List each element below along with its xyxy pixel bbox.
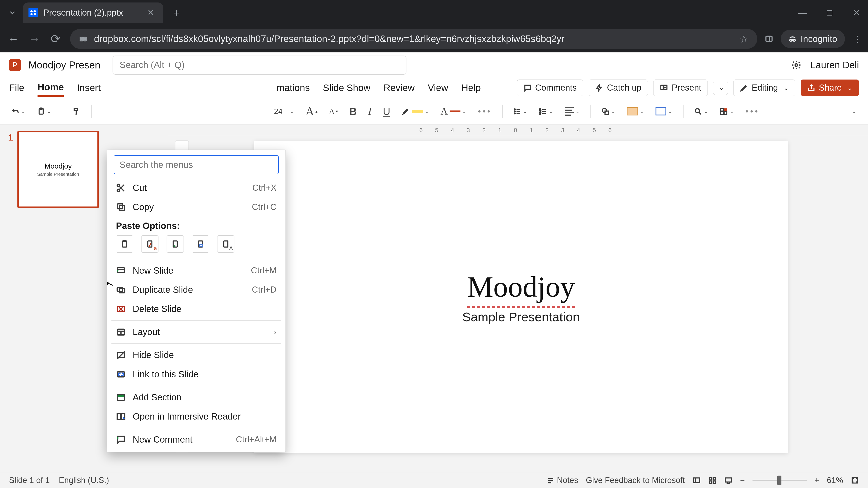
menu-hide-label: Hide Slide — [133, 350, 276, 360]
menu-copy[interactable]: Copy Ctrl+C — [107, 197, 285, 217]
tab-view[interactable]: View — [428, 80, 448, 96]
menu-duplicate-label: Duplicate Slide — [133, 285, 245, 295]
site-settings-icon[interactable] — [79, 35, 87, 43]
nav-reload-button[interactable]: ⟳ — [49, 32, 62, 46]
paste-button[interactable]: ⌄ — [35, 105, 54, 117]
settings-gear-icon[interactable] — [792, 60, 801, 70]
document-title[interactable]: Moodjoy Presen — [29, 59, 100, 71]
menu-new-slide[interactable]: New Slide Ctrl+M — [107, 261, 285, 280]
present-split-dropdown[interactable]: ⌄ — [713, 80, 728, 95]
editing-mode-button[interactable]: Editing ⌄ — [733, 79, 795, 96]
menu-delete-slide[interactable]: Delete Slide — [107, 299, 285, 319]
notes-toggle[interactable]: Notes — [547, 476, 578, 485]
slide-subtitle[interactable]: Sample Presentation — [462, 310, 580, 324]
menu-layout[interactable]: Layout › — [107, 322, 285, 341]
menu-immersive-reader[interactable]: Open in Immersive Reader — [107, 407, 285, 426]
designer-button[interactable]: ⌄ — [717, 105, 737, 117]
slide-title[interactable]: Moodjoy — [467, 270, 575, 304]
tab-home[interactable]: Home — [37, 79, 64, 97]
align-button[interactable]: ⌄ — [562, 105, 582, 118]
menu-search-input[interactable] — [120, 160, 273, 170]
present-button[interactable]: Present — [653, 79, 708, 96]
shape-fill-button[interactable]: ⌄ — [625, 105, 647, 117]
catch-up-label: Catch up — [607, 83, 641, 93]
zoom-in-button[interactable]: + — [814, 476, 819, 485]
tab-slide-show[interactable]: Slide Show — [323, 80, 370, 96]
normal-view-button[interactable] — [692, 476, 701, 484]
slide-canvas[interactable]: Moodjoy Sample Presentation — [254, 141, 788, 453]
paste-as-picture[interactable] — [192, 235, 209, 253]
browser-tab-active[interactable]: Presentation (2).pptx ✕ — [23, 2, 163, 23]
menu-new-comment[interactable]: New Comment Ctrl+Alt+M — [107, 430, 285, 449]
paste-text-only-a[interactable]: A — [217, 235, 235, 253]
new-tab-button[interactable]: ＋ — [168, 5, 184, 21]
bold-button[interactable]: B — [347, 103, 359, 119]
menu-hide-slide[interactable]: Hide Slide — [107, 346, 285, 365]
font-size-box[interactable]: 24⌄ — [272, 105, 297, 118]
format-painter-button[interactable] — [70, 105, 83, 117]
paste-keep-text-only[interactable] — [166, 235, 184, 253]
side-panel-icon[interactable] — [765, 35, 773, 43]
window-maximize-button[interactable]: □ — [823, 6, 836, 20]
svg-rect-23 — [605, 111, 609, 114]
zoom-slider[interactable] — [752, 480, 807, 481]
catch-up-button[interactable]: Catch up — [589, 79, 648, 96]
address-bar[interactable]: dropbox.com/scl/fi/ds8xk05ovlytyxnalh07u… — [70, 29, 757, 49]
slide-counter[interactable]: Slide 1 of 1 — [9, 476, 50, 485]
user-name[interactable]: Lauren Deli — [810, 60, 859, 70]
slide-sorter-view-button[interactable] — [708, 476, 717, 484]
svg-point-10 — [515, 109, 516, 110]
tab-animations-partial[interactable]: mations — [276, 80, 310, 96]
zoom-out-button[interactable]: − — [740, 476, 745, 485]
menu-add-section[interactable]: Add Section — [107, 388, 285, 407]
browser-menu-button[interactable]: ⋮ — [852, 34, 862, 44]
menu-duplicate-slide[interactable]: Duplicate Slide Ctrl+D — [107, 280, 285, 299]
paste-keep-source-formatting[interactable]: a — [141, 235, 158, 253]
italic-button[interactable]: I — [366, 103, 374, 119]
incognito-chip[interactable]: Incognito — [781, 30, 845, 48]
menu-add-section-label: Add Section — [133, 392, 276, 402]
zoom-percentage[interactable]: 61% — [827, 476, 843, 485]
fit-to-window-button[interactable] — [851, 476, 859, 484]
nav-forward-button[interactable]: → — [28, 32, 41, 46]
font-color-button[interactable]: A⌄ — [438, 104, 469, 119]
svg-rect-4 — [766, 36, 772, 41]
menu-search-box[interactable] — [114, 155, 279, 174]
increase-font-button[interactable]: A▴ — [303, 103, 320, 120]
tab-search-dropdown[interactable] — [4, 5, 20, 21]
menu-cut[interactable]: Cut Ctrl+X — [107, 178, 285, 197]
share-button[interactable]: Share ⌄ — [801, 79, 859, 96]
underline-button[interactable]: U — [381, 103, 393, 119]
numbering-button[interactable]: 123⌄ — [537, 105, 556, 117]
nav-back-button[interactable]: ← — [6, 32, 20, 46]
svg-rect-41 — [199, 245, 202, 247]
tab-close-button[interactable]: ✕ — [147, 8, 154, 18]
reading-view-button[interactable] — [724, 476, 733, 484]
feedback-link[interactable]: Give Feedback to Microsoft — [586, 476, 685, 485]
undo-button[interactable]: ⌄ — [9, 105, 28, 117]
comments-button[interactable]: Comments — [517, 79, 583, 96]
tab-file[interactable]: File — [9, 80, 24, 96]
tab-insert[interactable]: Insert — [77, 80, 101, 96]
toolbar-overflow[interactable]: ••• — [743, 105, 762, 118]
comment-icon — [524, 84, 532, 92]
tab-review[interactable]: Review — [383, 80, 415, 96]
window-minimize-button[interactable]: ― — [796, 6, 809, 20]
window-close-button[interactable]: ✕ — [850, 6, 864, 20]
tab-help[interactable]: Help — [461, 80, 481, 96]
paste-use-destination-theme[interactable] — [116, 235, 133, 253]
bullets-button[interactable]: ⌄ — [511, 105, 530, 117]
more-font-options[interactable]: ••• — [476, 105, 494, 118]
decrease-font-button[interactable]: A▾ — [327, 105, 340, 118]
zoom-slider-thumb[interactable] — [777, 476, 781, 485]
highlight-color-button[interactable]: ⌄ — [399, 105, 432, 117]
language-indicator[interactable]: English (U.S.) — [59, 476, 109, 485]
shapes-button[interactable]: ⌄ — [599, 105, 618, 117]
thumbnail-preview[interactable]: Moodjoy Sample Presentation — [18, 131, 99, 208]
find-button[interactable]: ⌄ — [692, 105, 711, 117]
tell-me-search[interactable]: Search (Alt + Q) — [113, 56, 406, 74]
bookmark-star-icon[interactable]: ☆ — [739, 33, 748, 45]
shape-outline-button[interactable]: ⌄ — [653, 105, 675, 117]
collapse-ribbon-button[interactable]: ⌄ — [849, 106, 859, 117]
menu-link-to-slide[interactable]: Link to this Slide — [107, 365, 285, 384]
